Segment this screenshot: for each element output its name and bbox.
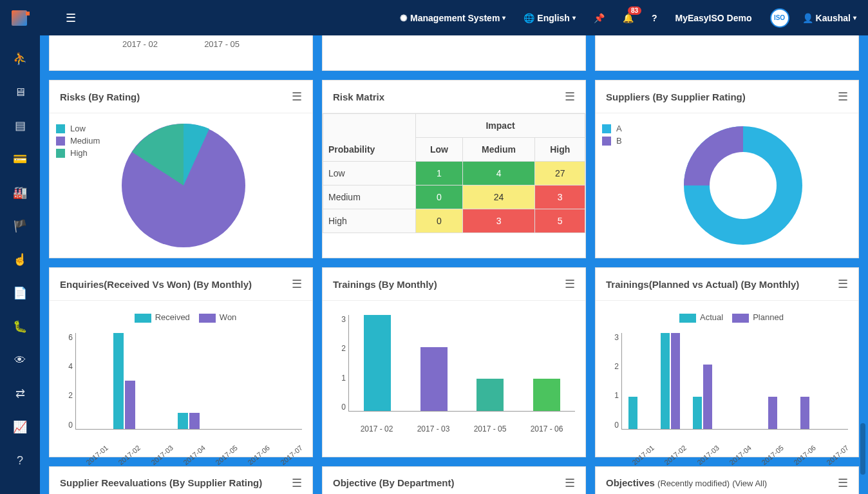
panel-title: Suppliers (By Supplier Rating): [606, 91, 746, 102]
nav-user[interactable]: 👤 Kaushal ▾: [802, 13, 856, 23]
panel-menu-icon[interactable]: ☰: [838, 277, 848, 291]
risk-matrix-table: ProbabilityImpact LowMediumHigh Low1427 …: [323, 113, 585, 233]
dashboard-grid: 2017 - 02 2017 - 05 Risks (By Rating) ☰ …: [40, 35, 868, 494]
bar-chart: 32102017-012017-022017-032017-042017-052…: [602, 327, 852, 449]
user-label: Kaushal: [816, 13, 851, 23]
matrix-cell: 5: [535, 209, 585, 233]
matrix-row: High: [323, 209, 416, 233]
legend-item: Actual: [700, 312, 723, 322]
legend-item: Planned: [753, 312, 784, 322]
nav-brand: MyEasyISO Demo: [675, 13, 751, 23]
legend-item: Won: [220, 312, 237, 322]
caret-down-icon: ▾: [572, 14, 576, 21]
matrix-cell: 4: [462, 162, 535, 185]
panel-peek: [595, 35, 859, 71]
sidebar-item[interactable]: 🐛: [0, 310, 40, 343]
legend: Low Medium High: [56, 121, 100, 250]
sidebar-item[interactable]: 👁: [0, 343, 40, 377]
panel-peek: 2017 - 02 2017 - 05: [49, 35, 313, 71]
sidebar-item[interactable]: ▤: [0, 109, 40, 142]
nav-management-label: Management System: [410, 13, 500, 23]
notification-badge: 83: [628, 6, 641, 15]
panel-trainings: Trainings (By Monthly) ☰ 32102017 - 0220…: [322, 267, 586, 457]
sidebar-item[interactable]: 💳: [0, 142, 40, 176]
panel-risk-matrix: Risk Matrix ☰ ProbabilityImpact LowMediu…: [322, 80, 586, 258]
globe-icon: 🌐: [524, 13, 534, 23]
peek-label: 2017 - 05: [204, 39, 240, 49]
matrix-col: Low: [416, 138, 463, 162]
panel-peek: [322, 35, 586, 71]
panel-menu-icon[interactable]: ☰: [838, 476, 848, 490]
donut-chart: [672, 121, 814, 250]
panel-title: Supplier Reevaluations (By Supplier Rati…: [60, 477, 262, 488]
nav-management-system[interactable]: ✺ Management System ▾: [400, 13, 505, 23]
nav-language[interactable]: 🌐 English ▾: [524, 13, 576, 23]
matrix-cell: 0: [416, 185, 463, 209]
nav-pin[interactable]: 📌: [594, 13, 605, 23]
sidebar-item[interactable]: 🏴: [0, 209, 40, 243]
matrix-cell: 24: [462, 185, 535, 209]
matrix-row: Medium: [323, 185, 416, 209]
matrix-row: Low: [323, 162, 416, 185]
panel-menu-icon[interactable]: ☰: [565, 277, 575, 291]
matrix-col: High: [535, 138, 585, 162]
panel-title: Trainings(Planned vs Actual) (By Monthly…: [606, 279, 799, 290]
sidebar-item[interactable]: ⛹: [0, 42, 40, 75]
caret-down-icon: ▾: [502, 14, 505, 21]
matrix-cell: 27: [535, 162, 585, 185]
user-icon: 👤: [802, 13, 813, 23]
nav-notifications[interactable]: 🔔 83: [623, 13, 634, 23]
left-sidebar: ⛹ 🖥 ▤ 💳 🏭 🏴 ☝ 📄 🐛 👁 ⇄ 📈 ?: [0, 35, 40, 494]
panel-menu-icon[interactable]: ☰: [292, 90, 302, 104]
panel-menu-icon[interactable]: ☰: [565, 476, 575, 490]
legend-item: A: [616, 124, 622, 133]
panel-objectives-recent: Objectives (Recently modified) (View All…: [595, 466, 859, 494]
legend-item: High: [70, 148, 88, 158]
sidebar-item[interactable]: 🏭: [0, 176, 40, 209]
panel-title: Objective (By Department): [333, 477, 454, 488]
avatar[interactable]: ISO: [770, 8, 789, 28]
panel-objective-dept: Objective (By Department) ☰: [322, 466, 586, 494]
pin-icon: 📌: [594, 13, 605, 23]
sidebar-item[interactable]: ?: [0, 444, 40, 477]
top-navbar: ☰ ✺ Management System ▾ 🌐 English ▾ 📌 🔔 …: [0, 0, 868, 35]
help-icon: ?: [652, 13, 657, 23]
sidebar-item[interactable]: ☝: [0, 243, 40, 276]
peek-label: 2017 - 02: [122, 39, 158, 49]
matrix-cell: 1: [416, 162, 463, 185]
legend-item: Low: [70, 124, 86, 133]
panel-supplier-reeval: Supplier Reevaluations (By Supplier Rati…: [49, 466, 313, 494]
nav-help[interactable]: ?: [652, 13, 657, 23]
panel-menu-icon[interactable]: ☰: [838, 90, 848, 104]
panel-title: Enquiries(Received Vs Won) (By Monthly): [60, 279, 252, 290]
panel-menu-icon[interactable]: ☰: [292, 277, 302, 291]
brand-label: MyEasyISO Demo: [675, 13, 751, 23]
bar-chart: 32102017 - 022017 - 032017 - 052017 - 06: [329, 309, 579, 431]
panel-menu-icon[interactable]: ☰: [292, 476, 302, 490]
matrix-cell: 3: [535, 185, 585, 209]
panel-title: Objectives (Recently modified) (View All…: [606, 477, 767, 488]
panel-title: Trainings (By Monthly): [333, 279, 437, 290]
legend-item: Medium: [70, 136, 100, 146]
legend: ActualPlanned: [602, 309, 852, 327]
gear-icon: ✺: [400, 13, 408, 23]
panel-menu-icon[interactable]: ☰: [565, 90, 575, 104]
panel-title: Risks (By Rating): [60, 91, 140, 102]
legend-item: Received: [155, 312, 190, 322]
panel-trainings-pa: Trainings(Planned vs Actual) (By Monthly…: [595, 267, 859, 457]
legend-item: B: [616, 136, 622, 146]
caret-down-icon: ▾: [853, 14, 856, 21]
panel-risks: Risks (By Rating) ☰ Low Medium High: [49, 80, 313, 258]
scrollbar[interactable]: [860, 423, 865, 475]
sidebar-item[interactable]: 🖥: [0, 75, 40, 109]
matrix-cell: 3: [462, 209, 535, 233]
menu-toggle-icon[interactable]: ☰: [66, 11, 76, 25]
sidebar-item[interactable]: ⇄: [0, 377, 40, 410]
matrix-prob-header: Probability: [323, 114, 416, 162]
bar-chart: 64202017-012017-022017-032017-042017-052…: [56, 327, 306, 449]
sidebar-item[interactable]: 📈: [0, 410, 40, 444]
svg-point-2: [710, 152, 777, 219]
app-logo[interactable]: [12, 10, 27, 26]
sidebar-item[interactable]: 📄: [0, 276, 40, 310]
matrix-impact-header: Impact: [416, 114, 585, 138]
